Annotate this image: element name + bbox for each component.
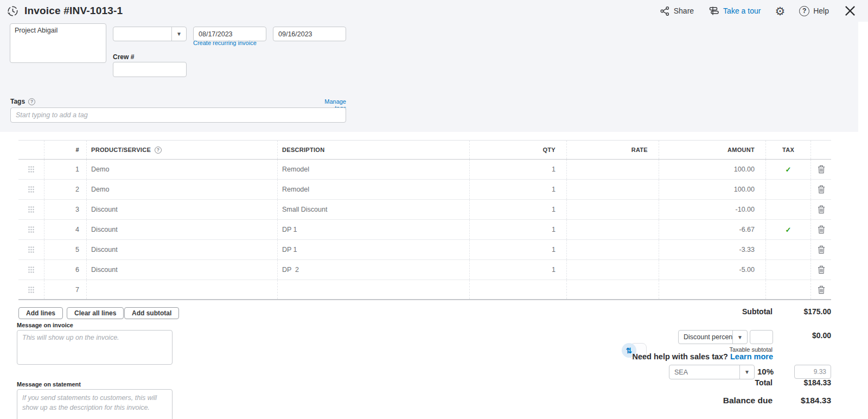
tax-cell[interactable] <box>766 200 811 219</box>
product-service-cell[interactable]: Demo <box>87 160 278 179</box>
description-cell[interactable]: Small Discount <box>278 200 470 219</box>
add-subtotal-button[interactable]: Add subtotal <box>124 307 179 319</box>
rate-cell[interactable] <box>567 200 659 219</box>
tax-cell[interactable] <box>766 180 811 199</box>
drag-handle[interactable] <box>18 160 44 179</box>
product-service-cell[interactable] <box>87 280 278 299</box>
qty-cell[interactable]: 1 <box>470 200 567 219</box>
qty-cell[interactable]: 1 <box>470 260 567 280</box>
invoice-date-field[interactable] <box>193 27 266 41</box>
delete-line-button[interactable] <box>811 280 831 299</box>
help-button[interactable]: ? Help <box>799 6 829 16</box>
row-number: 1 <box>44 160 87 179</box>
tax-cell[interactable]: ✓ <box>766 220 811 239</box>
product-service-cell[interactable]: Demo <box>87 180 278 199</box>
close-icon[interactable] <box>843 4 857 18</box>
discount-value-input[interactable] <box>750 330 773 344</box>
chevron-down-icon: ▼ <box>732 331 747 344</box>
tax-cell[interactable]: ✓ <box>766 160 811 179</box>
amount-cell[interactable]: -5.00 <box>659 260 766 280</box>
qty-cell[interactable]: 1 <box>470 240 567 259</box>
discount-type-dropdown[interactable]: Discount percent ▼ <box>678 330 748 344</box>
terms-dropdown[interactable]: ▼ <box>113 27 187 41</box>
drag-handle[interactable] <box>18 260 44 280</box>
amount-cell[interactable]: -3.33 <box>659 240 766 259</box>
drag-handle[interactable] <box>18 280 44 299</box>
description-column-header: DESCRIPTION <box>278 141 470 159</box>
amount-cell[interactable]: -10.00 <box>659 200 766 219</box>
row-number: 2 <box>44 180 87 199</box>
delete-line-button[interactable] <box>811 200 831 219</box>
description-cell[interactable]: DP 1 <box>278 220 470 239</box>
product-service-cell[interactable]: Discount <box>87 220 278 239</box>
qty-cell[interactable]: 1 <box>470 180 567 199</box>
tax-cell[interactable] <box>766 240 811 259</box>
qty-cell[interactable]: 1 <box>470 220 567 239</box>
rate-cell[interactable] <box>567 220 659 239</box>
description-cell[interactable]: Remodel <box>278 160 470 179</box>
delete-line-button[interactable] <box>811 220 831 239</box>
tax-amount-input[interactable] <box>794 365 831 379</box>
message-on-invoice-input[interactable] <box>17 330 173 365</box>
rate-cell[interactable] <box>567 180 659 199</box>
amount-cell[interactable]: -6.67 <box>659 220 766 239</box>
learn-more-link[interactable]: Learn more <box>730 352 773 361</box>
tags-label: Tags <box>10 98 25 105</box>
tax-cell[interactable] <box>766 260 811 280</box>
chevron-down-icon: ▼ <box>739 365 754 379</box>
rate-cell[interactable] <box>567 280 659 299</box>
amount-cell[interactable] <box>659 280 766 299</box>
crew-number-field[interactable] <box>113 62 187 77</box>
product-service-cell[interactable]: Discount <box>87 260 278 280</box>
create-recurring-invoice-link[interactable]: Create recurring invoice <box>193 40 257 46</box>
description-cell[interactable]: DP 1 <box>278 240 470 259</box>
clear-all-lines-button[interactable]: Clear all lines <box>67 307 124 319</box>
tags-input[interactable] <box>10 107 346 123</box>
delete-line-button[interactable] <box>811 180 831 199</box>
delete-line-button[interactable] <box>811 160 831 179</box>
row-number: 3 <box>44 200 87 219</box>
message-on-statement-input[interactable] <box>17 389 173 419</box>
invoice-history-icon[interactable] <box>7 5 19 17</box>
rate-column-header: RATE <box>567 141 659 159</box>
rate-cell[interactable] <box>567 260 659 280</box>
table-row: 7 <box>18 280 831 300</box>
tax-column-header: TAX <box>766 141 811 159</box>
tags-help-icon[interactable]: ? <box>28 98 35 105</box>
qty-cell[interactable] <box>470 280 567 299</box>
customer-project-field[interactable]: Project Abigail <box>10 23 106 63</box>
drag-handle[interactable] <box>18 240 44 259</box>
drag-handle[interactable] <box>18 200 44 219</box>
total-label: Total <box>755 378 773 387</box>
description-cell[interactable]: DP 2 <box>278 260 470 280</box>
row-number: 7 <box>44 280 87 299</box>
total-value: $184.33 <box>803 378 831 387</box>
qty-cell[interactable]: 1 <box>470 160 567 179</box>
share-button[interactable]: Share <box>660 6 694 16</box>
product-service-cell[interactable]: Discount <box>87 200 278 219</box>
product-service-cell[interactable]: Discount <box>87 240 278 259</box>
amount-cell[interactable]: 100.00 <box>659 180 766 199</box>
due-date-field[interactable] <box>273 27 346 41</box>
description-cell[interactable] <box>278 280 470 299</box>
rate-cell[interactable] <box>567 160 659 179</box>
row-number: 5 <box>44 240 87 259</box>
tax-rate-value: SEA <box>669 369 688 376</box>
drag-handle[interactable] <box>18 180 44 199</box>
subtotal-label: Subtotal <box>742 307 773 316</box>
tax-rate-dropdown[interactable]: SEA ▼ <box>669 365 755 379</box>
rate-cell[interactable] <box>567 240 659 259</box>
delete-line-button[interactable] <box>811 240 831 259</box>
table-row: 3 Discount Small Discount 1 -10.00 <box>18 200 831 220</box>
delete-line-button[interactable] <box>811 260 831 280</box>
amount-cell[interactable]: 100.00 <box>659 160 766 179</box>
drag-handle[interactable] <box>18 220 44 239</box>
sales-tax-question: Need help with sales tax? <box>633 352 728 361</box>
take-a-tour-button[interactable]: Take a tour <box>708 5 761 16</box>
tax-cell[interactable] <box>766 280 811 299</box>
product-service-help-icon[interactable]: ? <box>155 147 162 154</box>
qty-column-header: QTY <box>470 141 567 159</box>
description-cell[interactable]: Remodel <box>278 180 470 199</box>
settings-gear-icon[interactable]: ⚙ <box>775 5 785 17</box>
add-lines-button[interactable]: Add lines <box>18 307 63 319</box>
